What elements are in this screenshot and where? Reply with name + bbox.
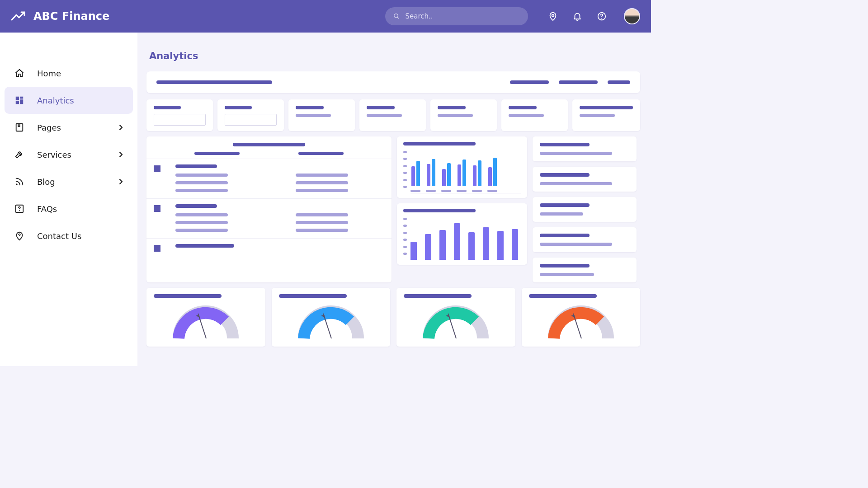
sidebar-item-analytics[interactable]: Analytics bbox=[5, 87, 133, 114]
book-icon bbox=[14, 122, 24, 132]
svg-rect-6 bbox=[20, 99, 23, 104]
stat-value bbox=[438, 114, 473, 117]
cell bbox=[175, 213, 228, 216]
sidebar-item-services[interactable]: Services bbox=[5, 141, 133, 168]
dashboard-icon bbox=[14, 95, 24, 105]
svg-point-3 bbox=[601, 18, 602, 19]
stat-label bbox=[580, 106, 633, 109]
search-input[interactable] bbox=[405, 12, 520, 20]
sc-title bbox=[540, 203, 590, 207]
svg-point-11 bbox=[19, 210, 20, 211]
gauge-chart bbox=[295, 302, 367, 338]
hero-link[interactable] bbox=[510, 80, 549, 84]
sc-title bbox=[540, 234, 590, 237]
side-card[interactable] bbox=[533, 227, 637, 252]
mid-row bbox=[146, 136, 640, 282]
grouped-bar-chart bbox=[410, 150, 521, 193]
gauge-chart bbox=[170, 302, 242, 338]
side-card[interactable] bbox=[533, 197, 637, 222]
stats-row bbox=[146, 99, 640, 131]
row-marker bbox=[146, 159, 168, 198]
sc-title bbox=[540, 264, 590, 267]
side-card[interactable] bbox=[533, 136, 637, 161]
faq-icon bbox=[14, 204, 24, 214]
row-marker bbox=[146, 239, 168, 254]
cell bbox=[175, 229, 228, 232]
sidebar-item-home[interactable]: Home bbox=[5, 60, 133, 87]
stat-input[interactable] bbox=[154, 114, 206, 126]
stat-value bbox=[509, 114, 544, 117]
table-row[interactable] bbox=[146, 159, 392, 198]
stat-label bbox=[509, 106, 537, 109]
gauge-title bbox=[404, 294, 472, 298]
table-header bbox=[146, 136, 392, 159]
cell bbox=[175, 221, 228, 224]
gauge-card bbox=[272, 288, 391, 347]
sidebar: Home Analytics Pages Services Blog FAQs … bbox=[0, 33, 137, 366]
stat-card bbox=[501, 99, 568, 131]
location-icon[interactable] bbox=[548, 11, 558, 21]
home-icon bbox=[14, 68, 24, 78]
side-cards bbox=[533, 136, 637, 282]
bar-chart bbox=[410, 217, 521, 260]
brand[interactable]: ABC Finance bbox=[11, 10, 109, 23]
cell bbox=[296, 213, 348, 216]
search-icon bbox=[393, 13, 400, 20]
sidebar-item-pages[interactable]: Pages bbox=[5, 114, 133, 141]
search-box[interactable] bbox=[385, 7, 528, 25]
topbar: ABC Finance bbox=[0, 0, 651, 33]
svg-rect-7 bbox=[16, 101, 19, 104]
hero-card bbox=[146, 71, 640, 93]
chart-title bbox=[403, 209, 476, 212]
top-actions bbox=[548, 8, 640, 24]
stat-value bbox=[296, 114, 331, 117]
chart-card bbox=[397, 136, 527, 198]
row-marker bbox=[146, 199, 168, 238]
avatar[interactable] bbox=[624, 8, 640, 24]
chevron-right-icon bbox=[118, 151, 123, 158]
sidebar-item-faqs[interactable]: FAQs bbox=[5, 195, 133, 222]
chevron-right-icon bbox=[118, 124, 123, 131]
sc-text bbox=[540, 152, 612, 155]
stat-label bbox=[225, 106, 252, 109]
side-card[interactable] bbox=[533, 167, 637, 192]
stat-input[interactable] bbox=[225, 114, 277, 126]
hero-link[interactable] bbox=[559, 80, 598, 84]
help-icon[interactable] bbox=[597, 11, 607, 21]
stat-label bbox=[154, 106, 181, 109]
gauge-title bbox=[529, 294, 597, 298]
stat-value bbox=[580, 114, 615, 117]
gauge-title bbox=[279, 294, 347, 298]
sc-text bbox=[540, 243, 612, 246]
table-card bbox=[146, 136, 392, 282]
row-title bbox=[175, 244, 234, 248]
cell bbox=[296, 181, 348, 184]
svg-rect-4 bbox=[16, 97, 19, 100]
sidebar-item-contact[interactable]: Contact Us bbox=[5, 222, 133, 249]
bell-icon[interactable] bbox=[572, 11, 582, 21]
hero-link[interactable] bbox=[608, 80, 630, 84]
cell bbox=[296, 189, 348, 192]
stat-card bbox=[288, 99, 355, 131]
table-row[interactable] bbox=[146, 198, 392, 238]
cell bbox=[296, 221, 348, 224]
stat-label bbox=[367, 106, 395, 109]
svg-rect-5 bbox=[20, 97, 23, 99]
gauge-chart bbox=[420, 302, 492, 338]
gauge-card bbox=[396, 288, 515, 347]
table-row[interactable] bbox=[146, 238, 392, 254]
cell bbox=[296, 174, 348, 177]
stat-value bbox=[367, 114, 402, 117]
row-title bbox=[175, 204, 217, 208]
app-title: ABC Finance bbox=[33, 10, 109, 23]
trend-icon bbox=[11, 11, 26, 22]
side-card[interactable] bbox=[533, 258, 637, 282]
y-axis bbox=[403, 150, 407, 189]
sidebar-item-label: Home bbox=[37, 69, 61, 78]
sidebar-item-blog[interactable]: Blog bbox=[5, 168, 133, 195]
sc-title bbox=[540, 173, 590, 177]
stat-card bbox=[146, 99, 213, 131]
stat-card bbox=[430, 99, 497, 131]
gauge-card bbox=[522, 288, 641, 347]
stat-card bbox=[359, 99, 426, 131]
